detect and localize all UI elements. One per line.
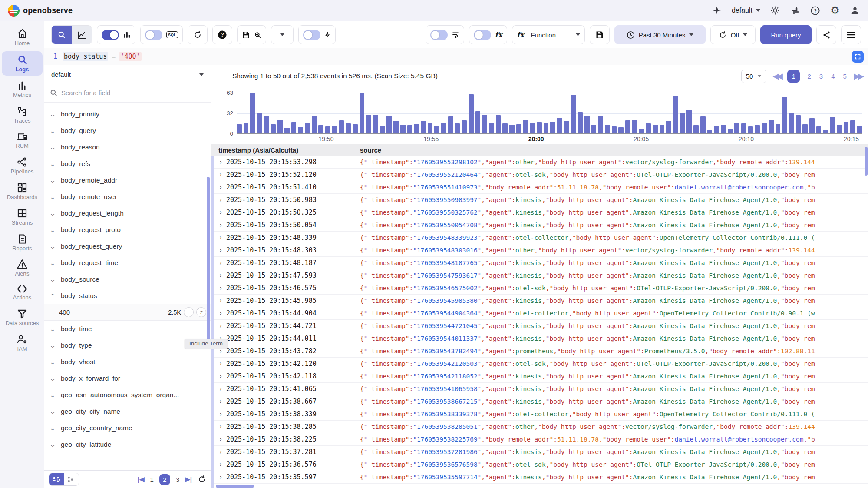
histogram-bar[interactable] (250, 93, 255, 133)
expand-row-icon[interactable]: › (215, 158, 226, 166)
expand-row-icon[interactable]: › (215, 372, 226, 380)
histogram-bar[interactable] (625, 120, 630, 133)
histogram-bar[interactable] (312, 116, 317, 133)
run-query-button[interactable]: Run query (760, 25, 812, 44)
histogram-bar[interactable] (332, 126, 337, 133)
log-row[interactable]: ›2025-10-15 20:15:42.118{"_timestamp":"1… (211, 370, 868, 383)
histogram-bar[interactable] (455, 123, 460, 133)
log-row[interactable]: ›2025-10-15 20:15:44.904{"_timestamp":"1… (211, 307, 868, 320)
log-row[interactable]: ›2025-10-15 20:15:38.225{"_timestamp":"1… (211, 433, 868, 446)
histogram-bar[interactable] (673, 96, 678, 133)
histogram-bar[interactable] (605, 125, 610, 133)
sidebar-item-streams[interactable]: Streams (2, 205, 43, 229)
histogram-bar[interactable] (393, 121, 399, 133)
table-vertical-scrollbar[interactable] (865, 147, 868, 176)
expand-row-icon[interactable]: › (215, 448, 226, 456)
expand-row-icon[interactable]: › (215, 183, 226, 191)
histogram-bar[interactable] (837, 125, 842, 133)
histogram-bar[interactable] (816, 126, 822, 133)
fields-page-1[interactable]: 1 (150, 476, 154, 483)
transform-toggle[interactable] (474, 30, 491, 40)
wrap-lines-toggle[interactable] (430, 30, 448, 40)
histogram-bar[interactable] (360, 93, 365, 133)
sql-mode-toggle[interactable] (145, 30, 162, 40)
page-size-select[interactable]: 50 (741, 70, 767, 83)
histogram-bar[interactable] (789, 113, 794, 133)
histogram-bar[interactable] (578, 112, 583, 133)
sidebar-item-pipelines[interactable]: Pipelines (2, 154, 43, 178)
expand-row-icon[interactable]: › (215, 171, 226, 179)
histogram-plot[interactable] (237, 93, 862, 134)
histogram-bar[interactable] (434, 126, 439, 133)
expand-row-icon[interactable]: › (215, 259, 226, 267)
histogram-bar[interactable] (796, 115, 801, 133)
field-item-body_refs[interactable]: ⌄body_refs (44, 156, 211, 172)
histogram-bar[interactable] (830, 117, 835, 133)
histogram-bar[interactable] (646, 123, 651, 133)
sidebar-item-metrics[interactable]: Metrics (2, 77, 43, 101)
histogram-bar[interactable] (373, 115, 378, 133)
field-item-body_status[interactable]: ⌃body_status (44, 288, 211, 304)
histogram-bar[interactable] (291, 122, 297, 133)
theme-toggle-icon[interactable] (770, 5, 780, 16)
expand-row-icon[interactable]: › (215, 246, 226, 254)
expand-row-icon[interactable]: › (215, 435, 226, 443)
field-item-body_request_time[interactable]: ⌄body_request_time (44, 255, 211, 271)
results-page-5[interactable]: 5 (842, 73, 848, 80)
sidebar-item-traces[interactable]: Traces (2, 103, 43, 127)
histogram-bar[interactable] (686, 110, 692, 133)
histogram-bar[interactable] (441, 123, 446, 133)
histogram-bar[interactable] (741, 123, 746, 133)
expand-row-icon[interactable]: › (215, 461, 226, 468)
search-mode-button[interactable] (52, 26, 72, 44)
sparkle-ai-icon[interactable] (712, 5, 722, 16)
sidebar-item-home[interactable]: Home (2, 25, 43, 50)
expand-row-icon[interactable]: › (215, 196, 226, 204)
refresh-interval-select[interactable]: Off (710, 25, 756, 44)
histogram-bar[interactable] (407, 125, 413, 133)
histogram-bar[interactable] (591, 125, 597, 133)
histogram-bar[interactable] (325, 126, 330, 133)
histogram-bar[interactable] (380, 126, 385, 133)
slack-icon[interactable] (790, 5, 800, 16)
histogram-bar[interactable] (523, 120, 528, 133)
fields-page-3[interactable]: 3 (176, 476, 179, 483)
histogram-bar[interactable] (776, 124, 781, 133)
histogram-bar[interactable] (823, 130, 828, 133)
histogram-bar[interactable] (850, 120, 855, 133)
histogram-bar[interactable] (414, 124, 419, 133)
field-item-body_vhost[interactable]: ⌄body_vhost (44, 354, 211, 370)
field-item-body_x_forward_for[interactable]: ⌄body_x_forward_for (44, 370, 211, 387)
fields-page-2[interactable]: 2 (159, 474, 170, 485)
query-editor[interactable]: 1 body_status = '400' (44, 48, 868, 65)
expand-row-icon[interactable]: › (215, 234, 226, 242)
histogram-bar[interactable] (537, 122, 542, 133)
histogram-bar[interactable] (557, 118, 562, 133)
log-row[interactable]: ›2025-10-15 20:15:50.054{"_timestamp":"1… (211, 219, 868, 232)
histogram-bar[interactable] (502, 123, 508, 133)
histogram-bar[interactable] (632, 120, 637, 133)
histogram-bar[interactable] (571, 95, 576, 133)
expand-row-icon[interactable]: › (215, 272, 226, 279)
sidebar-item-logs[interactable]: Logs (2, 51, 43, 76)
histogram-bar[interactable] (421, 121, 426, 133)
expand-row-icon[interactable]: › (215, 284, 226, 292)
histogram-toggle[interactable] (102, 30, 119, 40)
expand-row-icon[interactable]: › (215, 322, 226, 330)
log-row[interactable]: ›2025-10-15 20:15:51.410{"_timestamp":"1… (211, 181, 868, 194)
histogram-bar[interactable] (666, 121, 671, 133)
log-row[interactable]: ›2025-10-15 20:15:35.597{"_timestamp":"1… (211, 471, 868, 484)
field-item-geo_city_latitude[interactable]: ⌄geo_city_latitude (44, 436, 211, 453)
expand-row-icon[interactable]: › (215, 473, 226, 481)
prev-pages-icon[interactable]: ◀◀ (773, 72, 781, 81)
field-item-geo_asn_autonomous_system_organ...[interactable]: ⌄geo_asn_autonomous_system_organ... (44, 387, 211, 403)
histogram-bar[interactable] (584, 116, 590, 133)
field-item-body_time[interactable]: ⌄body_time (44, 321, 211, 337)
log-row[interactable]: ›2025-10-15 20:15:42.120{"_timestamp":"1… (211, 358, 868, 370)
histogram-bar[interactable] (271, 124, 276, 133)
expand-row-icon[interactable]: › (215, 385, 226, 393)
histogram-bar[interactable] (284, 128, 290, 133)
results-page-3[interactable]: 3 (818, 73, 824, 80)
histogram-bar[interactable] (618, 127, 624, 133)
histogram-bar[interactable] (755, 125, 760, 133)
